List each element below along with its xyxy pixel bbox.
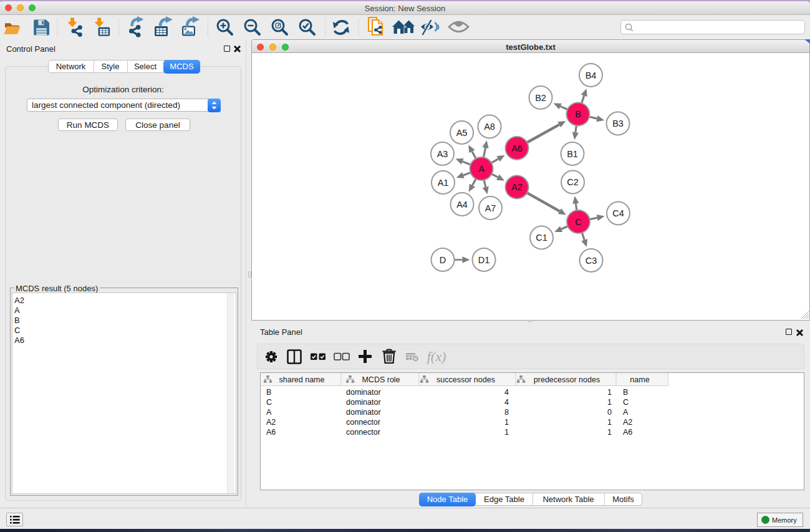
svg-text:A3: A3 [437,149,448,159]
svg-text:name: name [630,375,649,384]
svg-text:C: C [623,398,629,407]
svg-text:A2: A2 [623,418,632,427]
svg-text:C: C [266,398,272,407]
svg-text:1: 1 [607,418,612,427]
svg-text:0: 0 [607,408,612,417]
svg-text:A2: A2 [511,182,523,192]
svg-text:1: 1 [607,428,612,437]
svg-text:1: 1 [504,418,509,427]
svg-text:connector: connector [346,418,380,427]
svg-text:B4: B4 [586,70,597,80]
svg-text:A7: A7 [485,203,496,213]
svg-text:A4: A4 [456,200,468,210]
svg-text:B3: B3 [612,118,624,128]
svg-text:B: B [266,388,271,397]
svg-text:1: 1 [607,398,612,407]
svg-text:A6: A6 [266,428,276,437]
svg-text:dominator: dominator [346,408,381,417]
svg-text:predecessor nodes: predecessor nodes [534,375,600,384]
svg-text:B: B [623,388,628,397]
svg-text:connector: connector [346,428,380,437]
svg-text:A: A [266,408,272,417]
svg-text:A2: A2 [266,418,276,427]
svg-text:A5: A5 [456,128,468,138]
svg-text:f(x): f(x) [427,349,446,364]
svg-text:8: 8 [504,408,509,417]
svg-text:1: 1 [504,428,509,437]
svg-text:C2: C2 [567,177,579,187]
svg-text:A1: A1 [438,178,449,188]
svg-text:A8: A8 [484,122,495,132]
svg-text:dominator: dominator [346,388,381,397]
svg-text:A6: A6 [511,143,523,153]
svg-text:MCDS role: MCDS role [362,375,400,384]
svg-text:1: 1 [607,388,612,397]
svg-text:dominator: dominator [346,398,381,407]
svg-text:A6: A6 [623,428,632,437]
svg-text:C: C [575,217,581,227]
svg-text:A: A [623,408,629,417]
svg-text:B1: B1 [567,149,578,159]
svg-text:A: A [478,164,485,174]
svg-text:4: 4 [504,398,509,407]
svg-text:C1: C1 [536,233,547,243]
svg-text:B: B [575,109,581,119]
svg-text:C3: C3 [586,256,597,266]
svg-text:B2: B2 [535,93,546,103]
svg-text:shared name: shared name [279,375,325,384]
svg-text:successor nodes: successor nodes [436,375,495,384]
svg-text:D: D [440,255,446,265]
svg-text:4: 4 [504,388,509,397]
svg-text:D1: D1 [478,255,490,265]
svg-text:C4: C4 [612,208,624,218]
